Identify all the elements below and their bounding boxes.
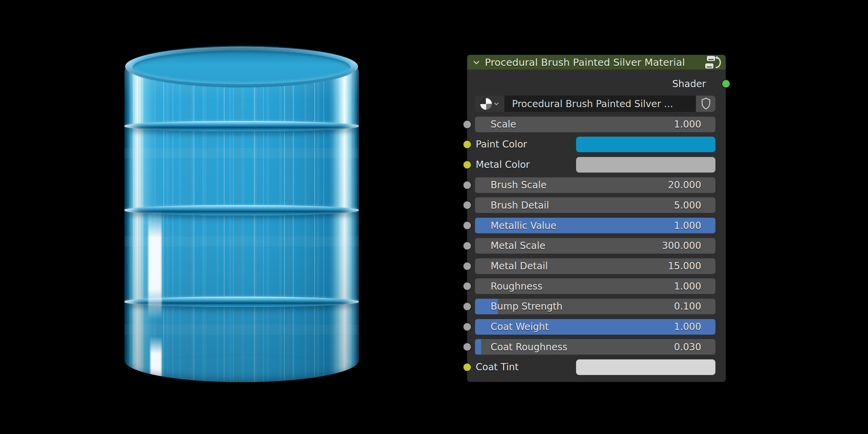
color-swatch-paint-color[interactable]: [576, 137, 715, 152]
chevron-down-icon[interactable]: [472, 58, 481, 67]
slider-metal-scale[interactable]: Metal Scale300.000: [475, 238, 715, 254]
slider-bump-strength[interactable]: Bump Strength0.100: [475, 299, 715, 314]
param-label: Paint Color: [476, 137, 527, 152]
color-swatch-coat-tint[interactable]: [576, 359, 715, 375]
float-input-socket[interactable]: [463, 262, 472, 271]
node-title: Procedural Brush Painted Silver Material: [485, 57, 704, 68]
param-value: 300.000: [662, 240, 715, 251]
node-body: Shader Procedural Brush Painted Silver .…: [467, 70, 726, 382]
param-label: Scale: [475, 119, 516, 130]
material-sphere-icon: [480, 98, 492, 110]
slider-roughness[interactable]: Roughness1.000: [475, 278, 715, 294]
barrel-bottom-rim: [126, 354, 357, 382]
param-row-metal-detail: Metal Detail15.000: [475, 258, 715, 274]
param-row-brush-detail: Brush Detail5.000: [475, 197, 715, 213]
param-label: Coat Roughness: [475, 341, 567, 353]
param-value: 1.000: [674, 321, 715, 332]
slider-coat-roughness[interactable]: Coat Roughness0.030: [475, 339, 715, 355]
param-label: Roughness: [475, 281, 542, 292]
float-input-socket[interactable]: [463, 282, 472, 291]
param-row-roughness: Roughness1.000: [475, 278, 715, 294]
float-input-socket[interactable]: [463, 120, 472, 129]
slider-scale[interactable]: Scale1.000: [475, 117, 715, 132]
float-input-socket[interactable]: [463, 342, 472, 351]
chevron-down-icon: [493, 101, 499, 107]
param-label: Metal Detail: [475, 260, 548, 272]
param-row-brush-scale: Brush Scale20.000: [475, 177, 715, 193]
param-row-metal-scale: Metal Scale300.000: [475, 238, 715, 254]
param-row-coat-tint: Coat Tint: [475, 359, 715, 375]
output-row-shader: Shader: [475, 76, 715, 92]
slider-coat-weight[interactable]: Coat Weight1.000: [475, 319, 715, 335]
param-row-bump-strength: Bump Strength0.100: [475, 299, 715, 314]
color-swatch-metal-color[interactable]: [576, 157, 715, 173]
material-browse-button[interactable]: [475, 96, 504, 112]
node-group-panel: Procedural Brush Painted Silver Material…: [467, 55, 726, 382]
slider-metal-detail[interactable]: Metal Detail15.000: [475, 258, 715, 274]
param-value: 0.100: [674, 301, 715, 312]
barrel-top-lid: [125, 45, 358, 87]
fake-user-button[interactable]: [696, 96, 715, 112]
float-input-socket[interactable]: [463, 322, 472, 331]
float-input-socket[interactable]: [463, 302, 472, 311]
float-input-socket[interactable]: [463, 201, 472, 210]
param-label: Metal Scale: [475, 240, 546, 251]
barrel-rib: [124, 121, 359, 131]
color-input-socket[interactable]: [463, 160, 472, 169]
param-label: Metal Color: [476, 157, 530, 173]
barrel-highlight: [148, 211, 162, 319]
parameter-rows: Scale1.000Paint ColorMetal ColorBrush Sc…: [475, 117, 715, 375]
slider-metallic-value[interactable]: Metallic Value1.000: [475, 218, 715, 233]
param-row-paint-color: Paint Color: [475, 137, 715, 152]
screenshot-stage: Procedural Brush Painted Silver Material…: [0, 0, 868, 434]
param-label: Bump Strength: [475, 301, 563, 312]
param-value: 1.000: [674, 220, 715, 231]
param-value: 0.030: [674, 341, 715, 353]
param-row-coat-weight: Coat Weight1.000: [475, 319, 715, 335]
material-name-field[interactable]: Procedural Brush Painted Silver ...: [505, 96, 696, 112]
barrel-wall: [124, 65, 359, 382]
param-label: Brush Scale: [475, 179, 547, 191]
slider-brush-detail[interactable]: Brush Detail5.000: [475, 197, 715, 213]
material-selector-row: Procedural Brush Painted Silver ...: [475, 96, 715, 112]
rendered-barrel: [124, 45, 359, 382]
param-row-metal-color: Metal Color: [475, 157, 715, 173]
param-label: Coat Weight: [475, 321, 549, 332]
color-input-socket[interactable]: [463, 140, 472, 149]
slider-brush-scale[interactable]: Brush Scale20.000: [475, 177, 715, 193]
param-row-metallic-value: Metallic Value1.000: [475, 218, 715, 233]
color-input-socket[interactable]: [463, 363, 472, 372]
param-value: 20.000: [668, 179, 715, 191]
float-input-socket[interactable]: [463, 181, 472, 190]
param-row-coat-roughness: Coat Roughness0.030: [475, 339, 715, 355]
float-input-socket[interactable]: [463, 241, 472, 250]
param-value: 1.000: [674, 281, 715, 292]
param-label: Metallic Value: [475, 220, 556, 231]
param-label: Brush Detail: [475, 200, 549, 211]
param-value: 15.000: [668, 260, 715, 272]
node-header[interactable]: Procedural Brush Painted Silver Material: [467, 55, 726, 70]
output-label: Shader: [672, 78, 715, 90]
param-label: Coat Tint: [476, 359, 518, 375]
node-group-icon: [704, 55, 721, 70]
float-input-socket[interactable]: [463, 221, 472, 230]
param-value: 1.000: [674, 119, 715, 130]
shader-output-socket[interactable]: [722, 79, 730, 88]
param-value: 5.000: [674, 200, 715, 211]
param-row-scale: Scale1.000: [475, 117, 715, 132]
shield-icon: [700, 97, 712, 110]
